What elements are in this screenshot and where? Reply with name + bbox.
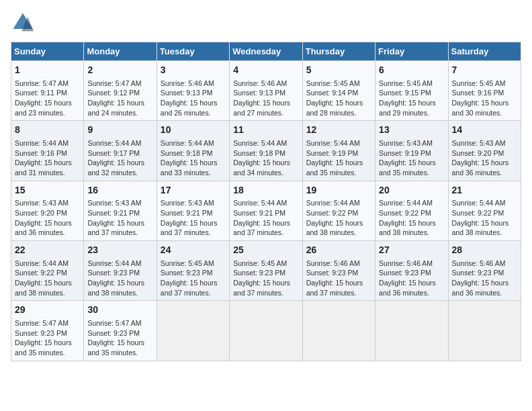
table-row: 7Sunrise: 5:45 AM Sunset: 9:16 PM Daylig… [448, 61, 521, 121]
table-row: 19Sunrise: 5:44 AM Sunset: 9:22 PM Dayli… [302, 181, 375, 240]
table-row: 16Sunrise: 5:43 AM Sunset: 9:21 PM Dayli… [84, 181, 157, 240]
table-row: 3Sunrise: 5:46 AM Sunset: 9:13 PM Daylig… [157, 61, 229, 121]
table-row [157, 301, 229, 361]
day-number: 1 [15, 64, 80, 77]
day-detail: Sunrise: 5:46 AM Sunset: 9:23 PM Dayligh… [379, 259, 444, 298]
table-row: 15Sunrise: 5:43 AM Sunset: 9:20 PM Dayli… [11, 181, 84, 240]
day-detail: Sunrise: 5:45 AM Sunset: 9:14 PM Dayligh… [306, 79, 371, 118]
day-number: 17 [161, 184, 226, 197]
day-detail: Sunrise: 5:47 AM Sunset: 9:23 PM Dayligh… [15, 318, 80, 358]
table-row: 24Sunrise: 5:45 AM Sunset: 9:23 PM Dayli… [157, 241, 229, 301]
day-number: 19 [306, 184, 371, 197]
day-detail: Sunrise: 5:44 AM Sunset: 9:21 PM Dayligh… [233, 198, 298, 238]
day-detail: Sunrise: 5:44 AM Sunset: 9:18 PM Dayligh… [233, 138, 298, 178]
table-row: 30Sunrise: 5:47 AM Sunset: 9:23 PM Dayli… [84, 301, 157, 361]
day-detail: Sunrise: 5:47 AM Sunset: 9:23 PM Dayligh… [87, 318, 152, 358]
day-detail: Sunrise: 5:44 AM Sunset: 9:17 PM Dayligh… [87, 138, 152, 178]
day-number: 25 [233, 244, 298, 257]
day-number: 5 [306, 64, 371, 77]
day-detail: Sunrise: 5:46 AM Sunset: 9:13 PM Dayligh… [161, 79, 226, 118]
day-number: 28 [452, 244, 517, 257]
table-row: 22Sunrise: 5:44 AM Sunset: 9:22 PM Dayli… [11, 241, 84, 301]
day-detail: Sunrise: 5:44 AM Sunset: 9:22 PM Dayligh… [452, 198, 517, 238]
day-detail: Sunrise: 5:44 AM Sunset: 9:19 PM Dayligh… [306, 138, 371, 178]
table-row: 18Sunrise: 5:44 AM Sunset: 9:21 PM Dayli… [230, 181, 302, 240]
table-row: 8Sunrise: 5:44 AM Sunset: 9:16 PM Daylig… [11, 121, 84, 181]
table-row: 14Sunrise: 5:43 AM Sunset: 9:20 PM Dayli… [448, 121, 521, 181]
table-row: 25Sunrise: 5:45 AM Sunset: 9:23 PM Dayli… [230, 241, 302, 301]
table-row [302, 301, 375, 361]
table-row: 20Sunrise: 5:44 AM Sunset: 9:22 PM Dayli… [375, 181, 448, 240]
logo [11, 11, 38, 35]
day-number: 6 [379, 64, 444, 77]
day-number: 14 [452, 124, 517, 137]
col-header-monday: Monday [84, 42, 157, 61]
day-detail: Sunrise: 5:44 AM Sunset: 9:23 PM Dayligh… [87, 259, 152, 298]
day-detail: Sunrise: 5:43 AM Sunset: 9:20 PM Dayligh… [452, 138, 517, 178]
day-detail: Sunrise: 5:44 AM Sunset: 9:16 PM Dayligh… [15, 138, 80, 178]
day-number: 27 [379, 244, 444, 257]
day-detail: Sunrise: 5:46 AM Sunset: 9:23 PM Dayligh… [306, 259, 371, 298]
col-header-wednesday: Wednesday [230, 42, 302, 61]
table-row: 17Sunrise: 5:43 AM Sunset: 9:21 PM Dayli… [157, 181, 229, 240]
table-row: 26Sunrise: 5:46 AM Sunset: 9:23 PM Dayli… [302, 241, 375, 301]
day-detail: Sunrise: 5:46 AM Sunset: 9:23 PM Dayligh… [452, 259, 517, 298]
day-number: 16 [87, 184, 152, 197]
table-row: 23Sunrise: 5:44 AM Sunset: 9:23 PM Dayli… [84, 241, 157, 301]
day-detail: Sunrise: 5:45 AM Sunset: 9:15 PM Dayligh… [379, 79, 444, 118]
table-row: 4Sunrise: 5:46 AM Sunset: 9:13 PM Daylig… [230, 61, 302, 121]
day-number: 24 [161, 244, 226, 257]
day-number: 22 [15, 244, 80, 257]
day-number: 13 [379, 124, 444, 137]
day-number: 20 [379, 184, 444, 197]
table-row: 2Sunrise: 5:47 AM Sunset: 9:12 PM Daylig… [84, 61, 157, 121]
table-row [448, 301, 521, 361]
day-number: 12 [306, 124, 371, 137]
day-detail: Sunrise: 5:43 AM Sunset: 9:21 PM Dayligh… [87, 198, 152, 238]
day-number: 2 [87, 64, 152, 77]
calendar-body: 1Sunrise: 5:47 AM Sunset: 9:11 PM Daylig… [11, 61, 521, 361]
logo-icon [11, 11, 35, 35]
table-row [375, 301, 448, 361]
calendar-week-3: 15Sunrise: 5:43 AM Sunset: 9:20 PM Dayli… [11, 181, 521, 240]
table-row: 21Sunrise: 5:44 AM Sunset: 9:22 PM Dayli… [448, 181, 521, 240]
day-detail: Sunrise: 5:44 AM Sunset: 9:18 PM Dayligh… [161, 138, 226, 178]
col-header-friday: Friday [375, 42, 448, 61]
day-number: 15 [15, 184, 80, 197]
table-row: 1Sunrise: 5:47 AM Sunset: 9:11 PM Daylig… [11, 61, 84, 121]
day-detail: Sunrise: 5:44 AM Sunset: 9:22 PM Dayligh… [379, 198, 444, 238]
calendar-week-5: 29Sunrise: 5:47 AM Sunset: 9:23 PM Dayli… [11, 301, 521, 361]
day-number: 4 [233, 64, 298, 77]
table-row: 6Sunrise: 5:45 AM Sunset: 9:15 PM Daylig… [375, 61, 448, 121]
day-number: 7 [452, 64, 517, 77]
day-number: 9 [87, 124, 152, 137]
day-detail: Sunrise: 5:43 AM Sunset: 9:20 PM Dayligh… [15, 198, 80, 238]
day-detail: Sunrise: 5:43 AM Sunset: 9:21 PM Dayligh… [161, 198, 226, 238]
day-number: 21 [452, 184, 517, 197]
day-detail: Sunrise: 5:45 AM Sunset: 9:16 PM Dayligh… [452, 79, 517, 118]
table-row [230, 301, 302, 361]
day-detail: Sunrise: 5:43 AM Sunset: 9:19 PM Dayligh… [379, 138, 444, 178]
day-number: 10 [161, 124, 226, 137]
col-header-thursday: Thursday [302, 42, 375, 61]
day-detail: Sunrise: 5:46 AM Sunset: 9:13 PM Dayligh… [233, 79, 298, 118]
calendar-week-2: 8Sunrise: 5:44 AM Sunset: 9:16 PM Daylig… [11, 121, 521, 181]
calendar-table: SundayMondayTuesdayWednesdayThursdayFrid… [11, 42, 521, 361]
table-row: 27Sunrise: 5:46 AM Sunset: 9:23 PM Dayli… [375, 241, 448, 301]
calendar-week-4: 22Sunrise: 5:44 AM Sunset: 9:22 PM Dayli… [11, 241, 521, 301]
day-number: 11 [233, 124, 298, 137]
col-header-tuesday: Tuesday [157, 42, 229, 61]
table-row: 5Sunrise: 5:45 AM Sunset: 9:14 PM Daylig… [302, 61, 375, 121]
col-header-saturday: Saturday [448, 42, 521, 61]
calendar-week-1: 1Sunrise: 5:47 AM Sunset: 9:11 PM Daylig… [11, 61, 521, 121]
table-row: 13Sunrise: 5:43 AM Sunset: 9:19 PM Dayli… [375, 121, 448, 181]
day-detail: Sunrise: 5:47 AM Sunset: 9:12 PM Dayligh… [87, 79, 152, 118]
table-row: 9Sunrise: 5:44 AM Sunset: 9:17 PM Daylig… [84, 121, 157, 181]
day-number: 29 [15, 304, 80, 317]
day-detail: Sunrise: 5:45 AM Sunset: 9:23 PM Dayligh… [161, 259, 226, 298]
page-header [11, 11, 521, 35]
day-number: 18 [233, 184, 298, 197]
col-header-sunday: Sunday [11, 42, 84, 61]
day-detail: Sunrise: 5:45 AM Sunset: 9:23 PM Dayligh… [233, 259, 298, 298]
day-detail: Sunrise: 5:44 AM Sunset: 9:22 PM Dayligh… [15, 259, 80, 298]
